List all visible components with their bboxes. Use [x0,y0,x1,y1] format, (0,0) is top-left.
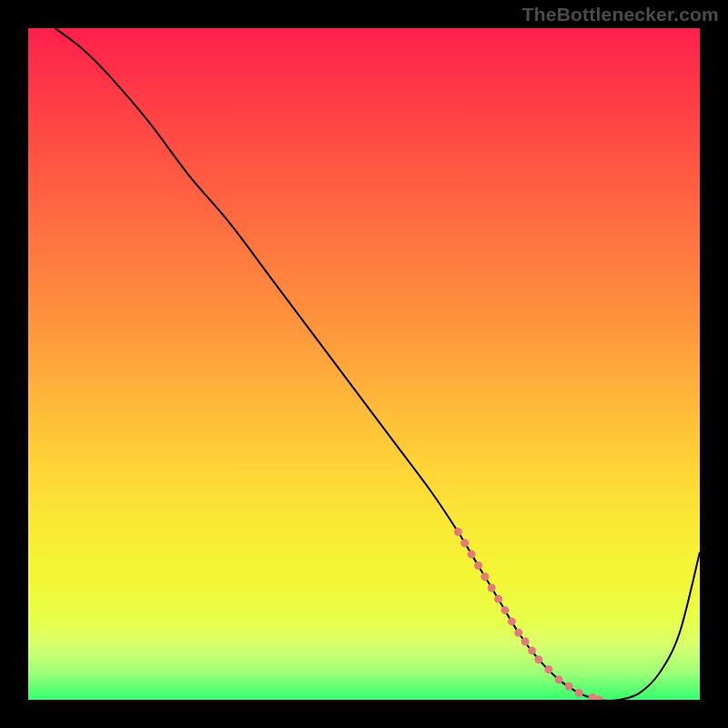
valley-marker-dot [460,539,469,547]
valley-marker-dot [468,551,476,559]
valley-marker-dot [474,561,482,570]
chart-svg [0,0,728,728]
watermark-text: TheBottlenecker.com [522,4,719,25]
valley-marker-dot [555,675,563,683]
valley-marker-dot [534,655,542,663]
valley-marker-dot [500,606,509,614]
valley-marker-dot [508,617,516,625]
valley-marker-dot [480,572,489,581]
valley-marker-dot [588,693,596,702]
valley-marker-dot [528,646,536,654]
valley-marker-dot [575,689,583,697]
valley-marker-dot [565,682,573,691]
valley-marker-dot [488,584,496,592]
valley-marker-dot [494,595,502,603]
chart-container: TheBottlenecker.com [0,0,728,728]
valley-marker-dot [514,629,522,637]
bottleneck-curve [56,28,700,701]
valley-marker-dot [454,528,462,536]
valley-marker-dot [544,665,552,673]
valley-marker-dot [595,696,603,704]
valley-marker-dot [521,638,530,646]
